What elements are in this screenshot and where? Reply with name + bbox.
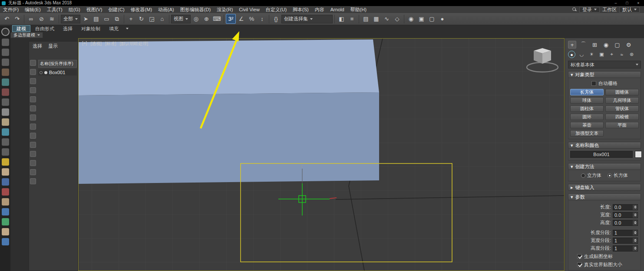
modeling-tool-icon[interactable] <box>2 158 9 166</box>
menu-rendering[interactable]: 渲染(R) <box>214 7 236 13</box>
modeling-tool-icon[interactable] <box>2 148 9 156</box>
menu-group[interactable]: 组(G) <box>66 7 83 13</box>
selection-filter-dropdown[interactable]: 全部 <box>61 15 80 23</box>
modeling-tool-icon[interactable] <box>2 118 9 126</box>
ribbon-panel-polygon-modeling[interactable]: 多边形建模 <box>10 32 43 38</box>
minimize-button[interactable]: – <box>610 1 621 5</box>
modeling-tool-icon[interactable] <box>2 178 9 186</box>
spinner-arrows[interactable] <box>633 246 637 251</box>
angle-snap-icon[interactable]: ∠ <box>236 14 246 24</box>
modeling-tool-icon[interactable] <box>2 138 9 146</box>
undo-icon[interactable]: ↶ <box>2 14 12 24</box>
render-setup-icon[interactable]: ▣ <box>416 14 426 24</box>
geometry-category-dropdown[interactable]: 标准基本体 <box>568 61 641 69</box>
modeling-tool-icon[interactable] <box>2 228 9 235</box>
ribbon-overflow[interactable] <box>123 25 131 32</box>
schematic-view-icon[interactable]: ◇ <box>392 14 402 24</box>
menu-scripting[interactable]: 脚本(S) <box>290 7 312 13</box>
cameras-category-icon[interactable]: ▣ <box>598 51 605 58</box>
select-and-scale-icon[interactable]: ◲ <box>147 14 157 24</box>
select-and-move-icon[interactable]: + <box>126 14 136 24</box>
height-segs-spinner[interactable]: 1 <box>613 245 638 251</box>
menu-graph-editors[interactable]: 图形编辑器(D) <box>177 7 214 13</box>
utilities-tab-icon[interactable]: ⚙ <box>624 41 633 49</box>
display-filter-icon[interactable] <box>30 133 36 139</box>
window-crossing-icon[interactable]: ⧉ <box>112 14 122 24</box>
menu-content[interactable]: 内容 <box>312 7 327 13</box>
menu-help[interactable]: 帮助(H) <box>347 7 370 13</box>
menu-views[interactable]: 视图(V) <box>83 7 106 13</box>
rendered-frame-window-icon[interactable]: ▢ <box>427 14 437 24</box>
shapes-category-icon[interactable]: ◡ <box>578 51 585 58</box>
geometry-category-icon[interactable]: ● <box>568 51 575 58</box>
rectangular-selection-region-icon[interactable]: ▭ <box>102 14 112 24</box>
percent-snap-icon[interactable]: % <box>247 14 257 24</box>
rollout-header-object-type[interactable]: ▾ 对象类型 <box>568 71 641 78</box>
modeling-tool-icon[interactable] <box>2 198 9 206</box>
helpers-category-icon[interactable]: ⌖ <box>608 51 615 58</box>
rollout-header-creation-method[interactable]: ▾ 创建方法 <box>568 163 641 170</box>
scene-explorer-menu-select[interactable]: 选择 <box>33 43 42 49</box>
cube-radio[interactable] <box>581 173 585 178</box>
display-filter-icon[interactable] <box>30 124 36 130</box>
modeling-tool-icon[interactable] <box>2 168 9 176</box>
menu-file[interactable]: 文件(F) <box>0 7 22 13</box>
menu-civil-view[interactable]: Civil View <box>236 7 262 12</box>
menu-tools[interactable]: 工具(T) <box>44 7 66 13</box>
select-and-manipulate-icon[interactable]: ⊕ <box>201 14 211 24</box>
motion-tab-icon[interactable]: ◉ <box>602 41 610 49</box>
generate-mapping-coords-checkbox[interactable] <box>577 254 582 259</box>
ribbon-tab-modeling[interactable]: 建模 <box>12 25 30 32</box>
display-filter-icon[interactable] <box>30 78 36 84</box>
ribbon-tab-selection[interactable]: 选择 <box>59 25 76 32</box>
select-and-link-icon[interactable]: ∞ <box>26 14 36 24</box>
length-segs-spinner[interactable]: 1 <box>613 230 638 236</box>
object-color-swatch[interactable] <box>635 151 642 158</box>
reference-coordinate-dropdown[interactable]: 视图 <box>171 15 191 23</box>
mirror-icon[interactable]: ◧ <box>337 14 347 24</box>
space-warps-category-icon[interactable]: ≈ <box>618 51 625 58</box>
display-filter-icon[interactable] <box>30 142 36 148</box>
modeling-tool-icon[interactable] <box>2 49 9 56</box>
spinner-arrows[interactable] <box>633 230 637 235</box>
plane-button[interactable]: 平面 <box>605 122 639 128</box>
hierarchy-tab-icon[interactable]: ⊞ <box>591 41 599 49</box>
workspace-dropdown[interactable]: 默认 <box>619 7 640 13</box>
perspective-viewport[interactable]: [+] [透视] [标准] [默认明暗处理] z <box>78 38 565 271</box>
login-dropdown[interactable]: 登录 <box>579 7 600 13</box>
modeling-tool-icon[interactable] <box>2 238 9 245</box>
spinner-arrows[interactable] <box>633 205 637 210</box>
modeling-tool-icon[interactable] <box>1 28 10 36</box>
teapot-button[interactable]: 茶壶 <box>570 122 604 128</box>
menu-create[interactable]: 创建(C) <box>105 7 127 13</box>
scene-explorer-menu-display[interactable]: 显示 <box>48 43 58 49</box>
lights-category-icon[interactable]: ☀ <box>588 51 595 58</box>
modeling-tool-icon[interactable] <box>2 218 9 225</box>
close-button[interactable]: × <box>633 1 644 5</box>
geosphere-button[interactable]: 几何球体 <box>605 97 639 104</box>
toggle-scene-explorer-icon[interactable]: ▤ <box>361 14 371 24</box>
visibility-icon[interactable] <box>40 71 43 74</box>
cone-button[interactable]: 圆锥体 <box>605 89 639 95</box>
display-filter-icon[interactable] <box>30 169 36 175</box>
select-object-icon[interactable]: ➤ <box>81 14 91 24</box>
search-icon[interactable] <box>572 7 577 12</box>
menu-edit[interactable]: 编辑(E) <box>22 7 44 13</box>
systems-category-icon[interactable]: ⊛ <box>628 51 635 58</box>
spinner-arrows[interactable] <box>633 212 637 218</box>
rollout-header-parameters[interactable]: ▾ 参数 <box>568 193 641 200</box>
align-icon[interactable]: ≡ <box>347 14 357 24</box>
modeling-tool-icon[interactable] <box>2 69 9 76</box>
display-filter-icon[interactable] <box>30 96 36 102</box>
unlink-selection-icon[interactable]: ⊘ <box>36 14 46 24</box>
width-segs-spinner[interactable]: 1 <box>613 238 638 244</box>
display-filter-icon[interactable] <box>30 178 36 184</box>
display-filter-icon[interactable] <box>30 87 36 93</box>
display-filter-icon[interactable] <box>30 69 36 75</box>
display-tab-icon[interactable]: ▢ <box>613 41 621 49</box>
cylinder-button[interactable]: 圆柱体 <box>570 105 604 112</box>
edit-named-selection-sets-icon[interactable]: {} <box>271 14 281 24</box>
spinner-arrows[interactable] <box>633 238 637 243</box>
modeling-tool-icon[interactable] <box>2 98 9 106</box>
ribbon-tab-freeform[interactable]: 自由形式 <box>31 25 58 32</box>
